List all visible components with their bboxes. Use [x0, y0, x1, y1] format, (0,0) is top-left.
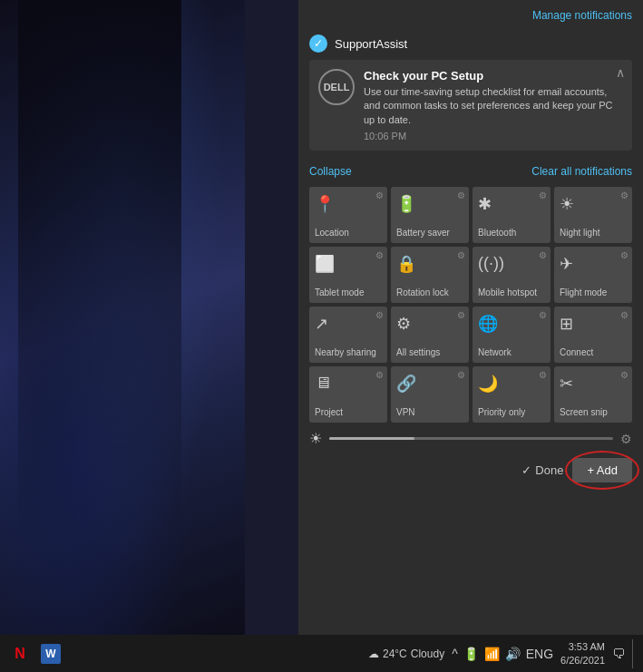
connect-settings-icon[interactable]: ⚙	[620, 310, 628, 320]
tile-nearby-sharing[interactable]: ↗ ⚙ Nearby sharing	[309, 307, 387, 363]
screen-snip-settings-icon[interactable]: ⚙	[620, 370, 628, 380]
rotation-settings-icon[interactable]: ⚙	[457, 250, 465, 260]
collapse-button[interactable]: Collapse	[309, 165, 352, 178]
location-icon: 📍	[315, 194, 335, 214]
notification-card[interactable]: DELL Check your PC Setup Use our time-sa…	[309, 60, 632, 151]
tile-project-label: Project	[315, 407, 343, 417]
volume-icon[interactable]: 🔊	[505, 647, 521, 661]
system-tray-icons: ^ 🔋 📶 🔊 ENG	[452, 647, 553, 661]
tablet-mode-icon: ⬜	[315, 254, 335, 274]
show-desktop-button[interactable]	[632, 639, 636, 668]
tile-night-light[interactable]: ☀ ⚙ Night light	[554, 187, 632, 243]
nearby-settings-icon[interactable]: ⚙	[375, 310, 384, 320]
tile-screen-snip[interactable]: ✂ ⚙ Screen snip	[554, 366, 632, 423]
clear-all-button[interactable]: Clear all notifications	[531, 165, 632, 178]
brightness-slider[interactable]	[329, 437, 613, 440]
done-button[interactable]: ✓ Done	[521, 463, 563, 477]
netflix-taskbar-icon[interactable]: N	[7, 641, 33, 667]
notification-body: Use our time-saving setup checklist for …	[364, 85, 623, 127]
tile-network[interactable]: 🌐 ⚙ Network	[473, 307, 550, 363]
tile-bluetooth-label: Bluetooth	[478, 228, 516, 238]
tile-rotation-label: Rotation lock	[396, 287, 449, 297]
project-icon: 🖥	[315, 374, 331, 393]
tile-priority-only[interactable]: 🌙 ⚙ Priority only	[473, 366, 550, 423]
night-light-settings-icon[interactable]: ⚙	[620, 190, 628, 200]
netflix-logo: N	[15, 646, 25, 662]
tile-tablet-mode[interactable]: ⬜ ⚙ Tablet mode	[309, 247, 387, 303]
battery-icon[interactable]: 🔋	[463, 647, 479, 661]
tile-nearby-label: Nearby sharing	[315, 347, 376, 357]
location-settings-icon[interactable]: ⚙	[375, 190, 384, 200]
weather-widget[interactable]: ☁ 24°C Cloudy	[368, 648, 444, 660]
notification-controls: Collapse Clear all notifications	[298, 158, 643, 183]
brightness-settings-icon[interactable]: ⚙	[620, 432, 632, 446]
weather-icon: ☁	[368, 648, 379, 660]
rotation-lock-icon: 🔒	[396, 254, 416, 274]
all-settings-icon2[interactable]: ⚙	[457, 310, 465, 320]
support-assist-icon: ✓	[309, 34, 327, 53]
night-light-icon: ☀	[560, 194, 574, 214]
tile-project[interactable]: 🖥 ⚙ Project	[309, 366, 387, 423]
hotspot-icon: ((·))	[478, 254, 504, 273]
date-display: 6/26/2021	[560, 654, 605, 667]
add-button[interactable]: + Add	[572, 458, 632, 482]
project-settings-icon[interactable]: ⚙	[375, 370, 384, 380]
notification-title: Check your PC Setup	[364, 69, 623, 83]
tile-network-label: Network	[478, 347, 511, 357]
tray-chevron[interactable]: ^	[452, 647, 458, 661]
vpn-settings-icon[interactable]: ⚙	[457, 370, 465, 380]
taskbar: N W ☁ 24°C Cloudy ^ 🔋 📶 🔊 ENG 3:53 AM 6/…	[0, 635, 643, 672]
weather-condition: Cloudy	[411, 648, 444, 660]
nearby-sharing-icon: ↗	[315, 314, 328, 334]
tile-location[interactable]: 📍 ⚙ Location	[309, 187, 387, 243]
brightness-slider-fill	[329, 437, 414, 440]
all-settings-icon: ⚙	[396, 314, 411, 334]
tile-battery-saver[interactable]: 🔋 ⚙ Battery saver	[391, 187, 469, 243]
connect-icon: ⊞	[560, 314, 573, 334]
tablet-settings-icon[interactable]: ⚙	[375, 250, 384, 260]
notification-center-icon[interactable]: 🗨	[612, 647, 625, 661]
tile-bluetooth[interactable]: ✱ ⚙ Bluetooth	[473, 187, 550, 243]
tile-night-light-label: Night light	[560, 228, 599, 238]
done-label: Done	[535, 463, 563, 477]
time-display: 3:53 AM	[560, 640, 605, 653]
tile-connect[interactable]: ⊞ ⚙ Connect	[554, 307, 632, 363]
tile-all-settings[interactable]: ⚙ ⚙ All settings	[391, 307, 469, 363]
weather-temp: 24°C	[383, 648, 407, 660]
tile-all-settings-label: All settings	[396, 347, 440, 357]
tile-flight-mode[interactable]: ✈ ⚙ Flight mode	[554, 247, 632, 303]
add-button-wrapper: + Add	[572, 458, 632, 482]
quick-actions-grid: 📍 ⚙ Location 🔋 ⚙ Battery saver ✱ ⚙ Bluet…	[298, 183, 643, 426]
bluetooth-icon: ✱	[478, 194, 492, 214]
tile-location-label: Location	[315, 228, 349, 238]
flight-mode-icon: ✈	[560, 254, 573, 274]
support-assist-title: SupportAssist	[335, 37, 407, 51]
action-center-panel: Manage notifications ✓ SupportAssist DEL…	[298, 0, 643, 635]
notification-close-button[interactable]: ∧	[616, 65, 625, 80]
battery-settings-icon[interactable]: ⚙	[457, 190, 465, 200]
tile-rotation-lock[interactable]: 🔒 ⚙ Rotation lock	[391, 247, 469, 303]
network-settings-icon[interactable]: ⚙	[539, 310, 547, 320]
wifi-icon[interactable]: 📶	[484, 647, 500, 661]
bluetooth-settings-icon[interactable]: ⚙	[539, 190, 547, 200]
tile-hotspot-label: Mobile hotspot	[478, 287, 537, 297]
vpn-icon: 🔗	[396, 374, 416, 394]
tile-flight-label: Flight mode	[560, 287, 607, 297]
notification-content: Check your PC Setup Use our time-saving …	[364, 69, 623, 141]
hotspot-settings-icon[interactable]: ⚙	[539, 250, 547, 260]
dell-logo: DELL	[318, 69, 355, 105]
wallpaper-character	[18, 0, 181, 544]
screen-snip-icon: ✂	[560, 374, 573, 394]
tile-mobile-hotspot[interactable]: ((·)) ⚙ Mobile hotspot	[473, 247, 550, 303]
word-taskbar-icon[interactable]: W	[38, 641, 63, 667]
support-assist-header: ✓ SupportAssist	[309, 29, 632, 56]
datetime-display[interactable]: 3:53 AM 6/26/2021	[560, 640, 605, 667]
manage-notifications-link[interactable]: Manage notifications	[309, 7, 632, 29]
tile-vpn[interactable]: 🔗 ⚙ VPN	[391, 366, 469, 423]
brightness-icon: ☀	[309, 430, 322, 447]
flight-settings-icon[interactable]: ⚙	[620, 250, 628, 260]
priority-settings-icon[interactable]: ⚙	[539, 370, 547, 380]
language-indicator[interactable]: ENG	[526, 647, 553, 661]
tile-screen-snip-label: Screen snip	[560, 407, 608, 417]
tile-priority-label: Priority only	[478, 407, 525, 417]
